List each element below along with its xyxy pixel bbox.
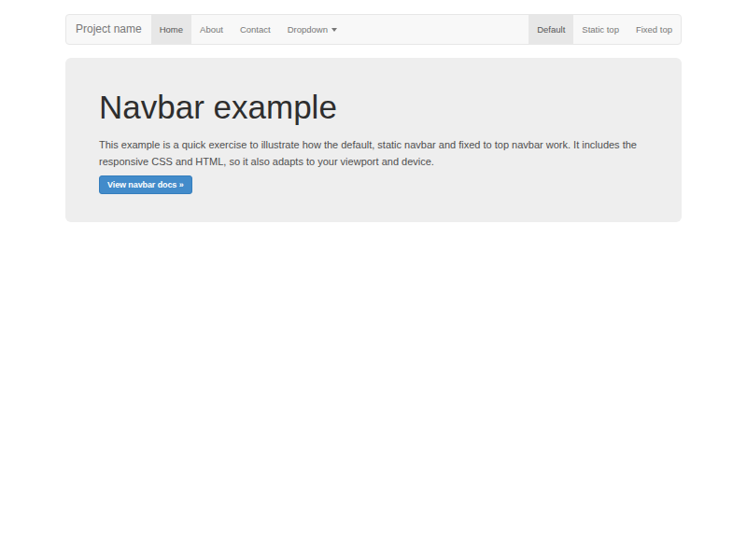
nav-item-dropdown-label: Dropdown (288, 24, 328, 35)
navbar: Project name Home About Contact Dropdown… (65, 14, 682, 45)
view-navbar-docs-button[interactable]: View navbar docs » (99, 175, 192, 194)
page-description: This example is a quick exercise to illu… (99, 136, 648, 170)
nav-item-default[interactable]: Default (529, 15, 573, 44)
nav-item-static-top-label: Static top (582, 24, 619, 35)
nav-item-fixed-top[interactable]: Fixed top (627, 15, 681, 44)
nav-item-dropdown[interactable]: Dropdown (279, 15, 345, 44)
nav-item-about-label: About (200, 24, 223, 35)
navbar-right-nav: Default Static top Fixed top (529, 15, 681, 44)
nav-item-home-label: Home (160, 24, 183, 35)
navbar-left-nav: Home About Contact Dropdown (151, 15, 345, 44)
nav-item-static-top[interactable]: Static top (573, 15, 627, 44)
caret-down-icon (331, 28, 337, 32)
navbar-brand[interactable]: Project name (66, 15, 151, 44)
page-container: Project name Home About Contact Dropdown… (65, 0, 682, 222)
nav-item-default-label: Default (537, 24, 565, 35)
nav-item-contact[interactable]: Contact (232, 15, 279, 44)
nav-item-fixed-top-label: Fixed top (636, 24, 672, 35)
nav-item-contact-label: Contact (240, 24, 271, 35)
jumbotron: Navbar example This example is a quick e… (65, 58, 682, 222)
nav-item-home[interactable]: Home (151, 15, 191, 44)
nav-item-about[interactable]: About (191, 15, 232, 44)
page-title: Navbar example (99, 90, 648, 126)
